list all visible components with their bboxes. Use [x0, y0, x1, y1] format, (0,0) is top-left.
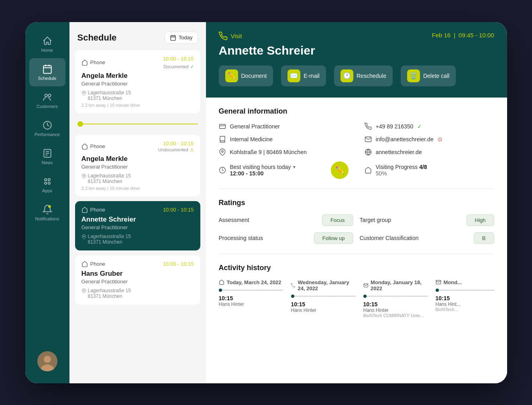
schedule-header: Schedule Today [69, 22, 206, 50]
sidebar-home-label: Home [41, 48, 53, 53]
avatar[interactable] [37, 351, 57, 371]
reschedule-label: Reschedule [357, 73, 386, 79]
email-row: info@anetteschreier.de ⊙ [365, 136, 494, 143]
edit-fab[interactable]: ✏️ [331, 161, 349, 179]
card-time-2: 10:00 - 10:15 [163, 140, 194, 147]
svg-point-5 [48, 94, 51, 97]
card-distance-2: 2,3 km away | 10 minute drive [82, 186, 194, 191]
processing-status-row: Processing status Follow up [219, 232, 353, 244]
card-address-1: Lagerhausstraße 15 81371 München [82, 90, 194, 101]
ratings-title: Ratings [219, 199, 494, 207]
activity-person-1: Hans Hinter [219, 301, 283, 307]
specialty-row: General Practitioner [219, 123, 349, 130]
activity-item-4: Mond... 10:15 Hans Hint... BioNTech... [436, 279, 494, 318]
phone-text: +49 89 216350 [376, 123, 414, 130]
card-specialty-3: General Practitioner [82, 224, 194, 230]
internal-med-row: Internal Medicine [219, 136, 349, 143]
schedule-card-4[interactable]: Phone 10:00 - 10:15 Hans Gruber General … [75, 255, 200, 305]
today-label: Today [179, 35, 193, 41]
website-row: annetteschreier.de [365, 149, 494, 156]
activity-desc-4: BioNTech... [436, 307, 494, 312]
svg-point-26 [83, 290, 84, 291]
customer-class-label: Customer Classification [360, 235, 419, 241]
assessment-row: Assessment Focus [219, 214, 353, 226]
specialty-text: General Practitioner [230, 123, 280, 130]
today-button[interactable]: Today [165, 32, 198, 44]
card-address-3: Lagerhausstraße 15 81371 München [82, 234, 194, 245]
svg-point-25 [83, 236, 84, 237]
svg-point-29 [221, 151, 223, 153]
svg-point-23 [83, 92, 84, 93]
vp-label: Visiting Progress [376, 164, 420, 170]
svg-point-14 [48, 182, 50, 184]
card-specialty-1: General Practitioner [82, 81, 194, 87]
address-row: Kohlstraße 9 | 80469 München [219, 149, 349, 156]
email-text: info@anetteschreier.de [376, 136, 434, 142]
schedule-card-3[interactable]: Phone 10:00 - 10:15 Annette Schreier Gen… [75, 201, 200, 250]
activity-time-2: 10:15 [291, 301, 355, 307]
card-type-4: Phone [82, 261, 106, 267]
schedule-panel: Schedule Today Pho [69, 22, 206, 383]
sidebar-schedule-label: Schedule [38, 76, 57, 81]
document-button[interactable]: ✏️ Document [219, 65, 273, 86]
processing-status-value: Follow up [314, 232, 353, 244]
reschedule-button[interactable]: 🕐 Reschedule [334, 65, 393, 86]
specialty2-text: Internal Medicine [230, 136, 273, 142]
schedule-title: Schedule [77, 33, 117, 43]
card-time-1: 10:00 - 10:15 [163, 56, 194, 62]
website-text: annetteschreier.de [376, 149, 422, 155]
sidebar-customers-label: Customers [37, 104, 58, 109]
email-label: E-mail [304, 73, 320, 79]
visit-label: Visit [219, 32, 242, 41]
sidebar: Home Schedule Customers [25, 22, 69, 383]
activity-desc-3: BioNTech COMIRNATY Unte... [363, 313, 428, 318]
visiting-hours-row: Best visiting hours today ▾ 12:00 - 15:0… [219, 161, 349, 179]
vh-label-text: Best visiting hours today [230, 164, 291, 170]
visit-time: 09:45 - 10:00 [459, 32, 494, 39]
detail-header: Visit Feb 16 | 09:45 - 10:00 Annette Sch… [206, 22, 507, 98]
vh-chevron-icon: ▾ [293, 164, 296, 170]
delete-button[interactable]: 🗑️ Delete call [401, 65, 456, 86]
card-name-4: Hans Gruber [82, 270, 194, 278]
activity-title: Activity history [219, 264, 494, 272]
visiting-progress-row: Visiting Progress 4/8 50% [365, 161, 494, 179]
schedule-card-1[interactable]: Phone 10:00 - 10:15 Documented ✓ Angela … [75, 50, 200, 113]
svg-rect-19 [171, 35, 175, 40]
card-name-1: Angela Merkle [82, 72, 194, 80]
card-time-4: 10:00 - 10:15 [163, 261, 194, 267]
vp-value: 4/8 [419, 164, 427, 170]
detail-content: General information General Practitioner [206, 98, 507, 383]
assessment-value: Focus [322, 214, 353, 226]
detail-panel: Visit Feb 16 | 09:45 - 10:00 Annette Sch… [206, 22, 507, 383]
patient-name: Annette Schreier [219, 44, 494, 57]
sidebar-item-news[interactable]: News [29, 142, 65, 171]
sidebar-item-home[interactable]: Home [29, 30, 65, 58]
email-button[interactable]: ✉️ E-mail [281, 65, 326, 86]
svg-point-13 [44, 182, 46, 184]
svg-rect-0 [43, 65, 51, 73]
sidebar-item-performance[interactable]: Performance [29, 114, 65, 142]
visit-date: Feb 16 [432, 32, 450, 39]
activity-timeline: Today, March 24, 2022 10:15 Hans Hinter [219, 279, 494, 321]
sidebar-item-apps[interactable]: Apps [29, 171, 65, 199]
sidebar-item-schedule[interactable]: Schedule [29, 58, 65, 86]
phone-verified-icon: ✓ [417, 123, 422, 130]
sidebar-item-customers[interactable]: Customers [29, 86, 65, 114]
sidebar-item-notifications[interactable]: Notifications [29, 199, 65, 227]
activity-person-2: Hans Hinter [291, 307, 355, 313]
schedule-card-2[interactable]: Phone 10:00 - 10:15 Undocumented ⚠ Angel… [75, 135, 200, 196]
svg-point-15 [48, 205, 51, 208]
sidebar-notifications-label: Notifications [35, 216, 59, 221]
svg-rect-27 [219, 124, 225, 128]
card-specialty-4: General Practitioner [82, 279, 194, 285]
activity-person-3: Hans Hinter [363, 307, 428, 313]
card-address-4: Lagerhausstraße 15 81371 München [82, 288, 194, 299]
svg-point-11 [44, 178, 46, 180]
customer-class-value: B [474, 232, 494, 244]
card-specialty-2: General Practitioner [82, 164, 194, 170]
sidebar-performance-label: Performance [35, 132, 60, 137]
card-name-3: Annette Schreier [82, 216, 194, 224]
delete-label: Delete call [423, 73, 449, 79]
activity-date-2: Wednesday, January 24, 2022 [298, 279, 355, 291]
card-status-1: Documented ✓ [163, 64, 194, 69]
